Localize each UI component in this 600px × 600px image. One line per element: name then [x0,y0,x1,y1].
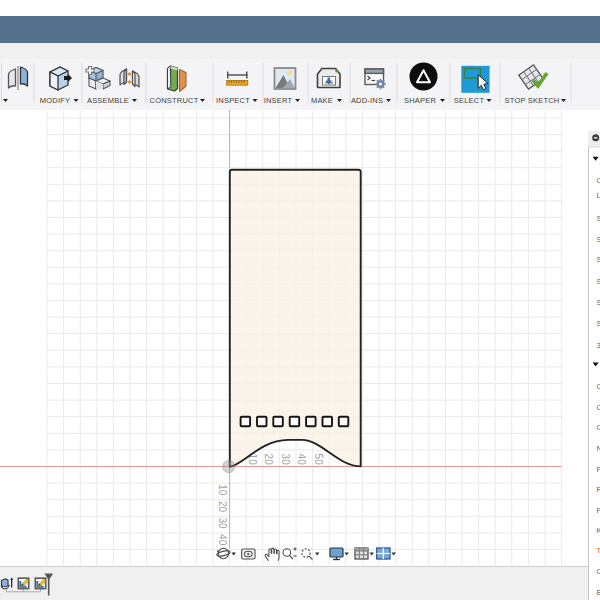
svg-text:50: 50 [313,454,324,466]
svg-text:B: B [597,587,600,596]
svg-text:C: C [597,402,600,411]
svg-text:20: 20 [217,501,228,513]
svg-text:30: 30 [217,518,228,530]
svg-text:K: K [597,526,600,535]
svg-text:ASSEMBLE: ASSEMBLE [87,96,129,105]
svg-text:R: R [597,485,600,494]
svg-text:20: 20 [263,454,274,466]
svg-text:T: T [597,546,600,555]
svg-text:N: N [597,444,600,453]
svg-text:40: 40 [296,454,307,466]
svg-text:MAKE: MAKE [311,96,333,105]
svg-text:ADD-INS: ADD-INS [351,96,383,105]
svg-text:CONSTRUCT: CONSTRUCT [150,96,199,105]
svg-text:C: C [597,567,600,576]
svg-text:O: O [597,423,600,432]
svg-text:INSPECT: INSPECT [216,96,250,105]
svg-text:SELECT: SELECT [454,96,485,105]
svg-text:C: C [597,176,600,185]
svg-text:F: F [597,464,600,473]
svg-text:C: C [597,381,600,390]
svg-text:S: S [597,319,600,328]
svg-text:10: 10 [217,484,228,496]
svg-text:STOP SKETCH: STOP SKETCH [505,96,560,105]
svg-text:30: 30 [280,454,291,466]
svg-text:S: S [597,255,600,264]
svg-text:L: L [597,191,600,200]
svg-text:S: S [597,213,600,222]
svg-text:3: 3 [597,340,600,349]
svg-text:S: S [597,235,600,244]
svg-text:MODIFY: MODIFY [40,96,70,105]
svg-text:INSERT: INSERT [264,96,293,105]
svg-text:S: S [597,298,600,307]
svg-text:S: S [597,276,600,285]
svg-text:F: F [597,505,600,514]
svg-text:SHAPER: SHAPER [404,96,436,105]
